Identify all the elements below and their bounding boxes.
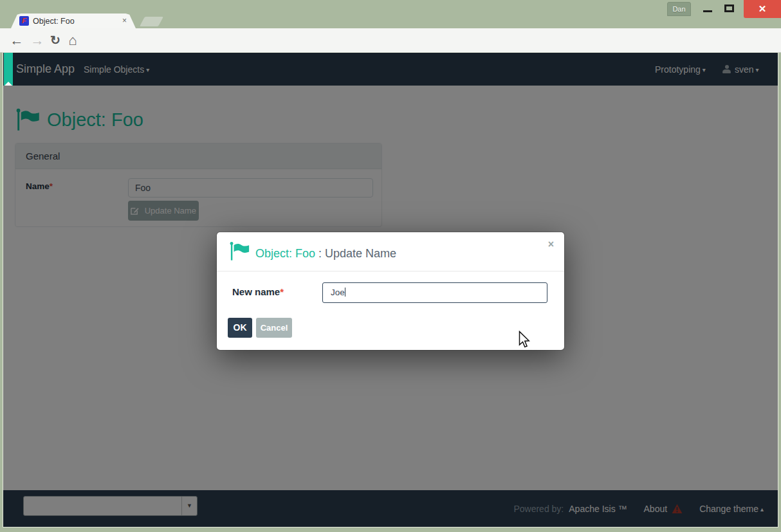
dialog-close-icon[interactable]: × (548, 239, 554, 250)
browser-profile-badge[interactable]: Dan (667, 2, 691, 16)
new-name-label: New name* (232, 286, 284, 297)
cancel-button[interactable]: Cancel (256, 318, 292, 338)
tab-close-icon[interactable]: × (122, 14, 127, 28)
maximize-icon (724, 5, 734, 12)
home-icon[interactable]: ⌂ (64, 28, 82, 53)
window-close-button[interactable]: ✕ (744, 0, 781, 18)
minimize-button[interactable] (698, 0, 717, 17)
update-name-dialog: Object: Foo : Update Name × New name* Jo… (217, 232, 564, 350)
forward-icon: → (28, 28, 46, 53)
reload-icon[interactable]: ↻ (47, 28, 64, 53)
browser-window: Dan ✕ F Object: Foo × ← → ↻ ⌂ localhost:… (0, 0, 781, 532)
mouse-cursor (518, 331, 531, 350)
dialog-header: Object: Foo : Update Name × (217, 232, 564, 271)
ajax-indicator-arrow (5, 82, 12, 86)
browser-toolbar: ← → ↻ ⌂ localhost:8080/wicket/entity/sim… (0, 28, 781, 53)
dialog-title: Object: Foo : Update Name (255, 232, 396, 271)
maximize-button[interactable] (719, 0, 740, 17)
page-viewport: Simple App Simple Objects▾ Prototyping▾ … (3, 53, 778, 527)
tab-favicon-icon: F (19, 16, 29, 26)
ok-button[interactable]: OK (228, 318, 252, 338)
text-cursor (345, 288, 345, 297)
accent-stripe (4, 53, 13, 86)
browser-tab[interactable]: F Object: Foo × (11, 14, 136, 28)
back-icon[interactable]: ← (8, 28, 26, 53)
new-tab-button[interactable] (140, 17, 163, 26)
flag-icon (230, 241, 250, 261)
minimize-icon (703, 10, 712, 12)
new-name-field[interactable]: Joe (322, 282, 547, 303)
required-marker: * (280, 286, 284, 297)
tab-title: Object: Foo (33, 14, 75, 28)
